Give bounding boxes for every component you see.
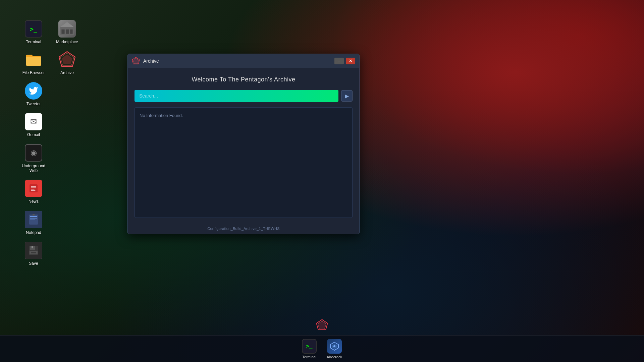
marketplace-icon-label: Marketplace [56,40,78,44]
gomail-icon [25,113,42,130]
terminal-icon [25,20,42,38]
window-pentagon-icon [132,57,140,65]
svg-rect-17 [30,220,35,220]
marketplace-icon [58,20,76,38]
taskbar-item-airocrack[interactable]: Airocrack [327,339,342,359]
desktop-icon-terminal[interactable]: Terminal [20,20,47,44]
welcome-title: Welcome To The Pentagon's Archive [135,76,353,83]
desktop-icon-row-1: Terminal Marketplace [20,20,80,44]
tweeter-icon-label: Tweeter [26,102,41,106]
svg-rect-2 [66,29,69,34]
archive-icon-label: Archive [60,70,74,75]
desktop-icons-container: Terminal Marketplace [20,20,80,266]
svg-marker-4 [60,22,74,27]
bottom-pentagon-logo [316,319,328,333]
window-footer: Configuration_Build_Archive_1_THEWHS [128,223,359,234]
search-arrow-icon: ▶ [345,93,349,99]
svg-marker-32 [318,321,326,329]
desktop-icon-row-6: News [20,180,80,204]
news-icon-label: News [29,199,39,204]
svg-rect-12 [31,189,35,190]
svg-rect-3 [70,29,72,34]
notepad-icon [25,211,42,228]
window-titlebar: Archive − ✕ [128,54,359,68]
archive-window: Archive − ✕ Welcome To The Pentagon's Ar… [127,54,360,234]
save-svg [28,245,39,256]
svg-rect-18 [33,214,35,216]
taskbar: Terminal Airocrack [0,335,644,362]
svg-rect-1 [61,29,64,34]
search-results-area: No Information Found. [135,107,353,218]
taskbar-airocrack-label: Airocrack [327,355,342,359]
desktop-icon-filebrowser[interactable]: File Browser [20,51,47,75]
window-title-icon [132,57,140,65]
filebrowser-icon [25,51,42,68]
taskbar-terminal-icon [302,339,317,354]
minimize-button[interactable]: − [334,58,344,64]
desktop-icon-archive[interactable]: Archive [54,51,80,75]
notepad-svg [29,214,39,225]
svg-rect-10 [31,186,36,187]
save-icon-label: Save [29,261,38,266]
desktop-icon-row-4: Gomail [20,113,80,137]
undergroundweb-icon-label: Underground Web [20,164,47,173]
desktop-icon-undergroundweb[interactable]: Underground Web [20,144,47,173]
news-icon [25,180,42,197]
news-svg [28,183,39,194]
svg-rect-13 [31,190,35,191]
desktop-icon-notepad[interactable]: Notepad [20,211,47,235]
filebrowser-icon-label: File Browser [22,70,45,75]
folder-svg [25,52,42,68]
svg-point-29 [333,345,335,347]
desktop-icon-gomail[interactable]: Gomail [20,113,47,137]
desktop-icon-marketplace[interactable]: Marketplace [54,20,80,44]
save-icon [25,242,42,259]
search-row: ▶ [135,90,353,102]
archive-icon [58,51,76,68]
svg-rect-11 [31,188,36,188]
terminal-icon-label: Terminal [26,40,41,44]
taskbar-terminal-label: Terminal [302,355,316,359]
window-title-text: Archive [143,58,331,64]
window-controls: − ✕ [334,58,355,64]
desktop-icon-row-3: Tweeter [20,82,80,106]
svg-marker-26 [133,58,139,63]
svg-rect-23 [31,252,36,253]
gomail-icon-label: Gomail [27,132,40,137]
config-label: Configuration_Build_Archive_1_THEWHS [207,227,280,231]
desktop-icon-tweeter[interactable]: Tweeter [20,82,47,106]
bottom-logo-svg [316,319,328,331]
bird-svg [29,86,39,96]
desktop-icon-row-8: Save [20,242,80,266]
undergroundweb-icon [25,144,42,162]
desktop-icon-save[interactable]: Save [20,242,47,266]
close-button[interactable]: ✕ [346,58,355,64]
svg-rect-15 [30,216,37,217]
marketplace-svg [59,21,75,37]
svg-rect-16 [30,218,37,219]
search-button[interactable]: ▶ [341,90,353,102]
airocrack-svg [330,342,339,351]
archive-pentagon-svg [58,51,76,68]
desktop-icon-news[interactable]: News [20,180,47,204]
desktop-icon-row-2: File Browser Archive [20,51,80,75]
search-input[interactable] [135,90,338,102]
notepad-icon-label: Notepad [26,230,41,235]
window-body: Welcome To The Pentagon's Archive ▶ No I… [128,68,359,223]
tweeter-icon [25,82,42,100]
no-info-message: No Information Found. [140,113,183,118]
taskbar-item-terminal[interactable]: Terminal [302,339,317,359]
desktop-icon-row-7: Notepad [20,211,80,235]
svg-rect-21 [32,246,33,248]
desktop-icon-row-5: Underground Web [20,144,80,173]
svg-rect-9 [30,184,38,192]
taskbar-airocrack-icon [327,339,342,354]
